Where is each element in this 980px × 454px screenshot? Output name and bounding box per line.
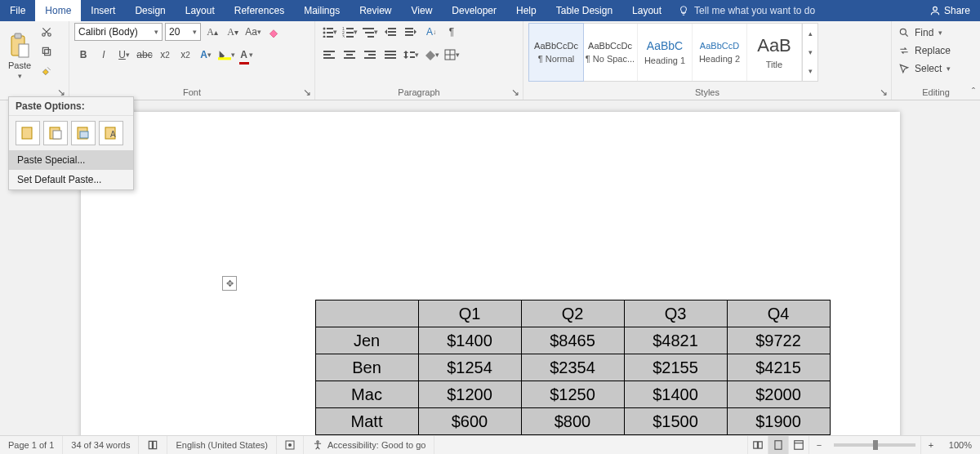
table-cell[interactable]: $4215 xyxy=(727,354,830,381)
table-row[interactable]: Matt$600$800$1500$1900 xyxy=(315,408,830,435)
increase-indent-button[interactable] xyxy=(402,23,420,41)
tab-help[interactable]: Help xyxy=(506,0,546,21)
table-row[interactable]: Jen$1400$8465$4821$9722 xyxy=(315,327,830,354)
select-button[interactable]: Select▾ xyxy=(897,60,975,77)
paste-keep-source-button[interactable] xyxy=(16,121,40,145)
paste-text-only-button[interactable]: A xyxy=(99,121,123,145)
change-case-button[interactable]: Aa▾ xyxy=(244,23,262,41)
font-size-combo[interactable]: 20▾ xyxy=(165,23,201,41)
find-button[interactable]: Find▾ xyxy=(897,24,975,41)
document-area[interactable]: ✥ Q1 Q2 Q3 Q4 Jen$1400$8465$4821$9722 Be… xyxy=(0,100,980,435)
zoom-in-button[interactable]: + xyxy=(920,436,941,454)
table-cell[interactable]: $800 xyxy=(521,408,624,435)
tab-mailings[interactable]: Mailings xyxy=(294,0,350,21)
table-cell[interactable]: Ben xyxy=(315,354,418,381)
tab-table-layout[interactable]: Layout xyxy=(622,0,671,21)
language-status[interactable]: English (United States) xyxy=(167,436,277,454)
multilevel-list-button[interactable]: ▾ xyxy=(361,23,379,41)
styles-launcher[interactable]: ↘ xyxy=(878,87,889,98)
page-number-status[interactable]: Page 1 of 1 xyxy=(0,436,63,454)
table-cell[interactable]: $2000 xyxy=(727,381,830,408)
tell-me-search[interactable]: Tell me what you want to do xyxy=(671,0,920,21)
print-layout-button[interactable] xyxy=(768,436,788,454)
tab-references[interactable]: References xyxy=(225,0,294,21)
table-cell[interactable]: Q1 xyxy=(418,300,521,327)
zoom-thumb[interactable] xyxy=(873,440,878,450)
collapse-ribbon-button[interactable]: ˆ xyxy=(972,87,975,98)
tab-table-design[interactable]: Table Design xyxy=(546,0,622,21)
table-cell[interactable]: $9722 xyxy=(727,327,830,354)
tab-insert[interactable]: Insert xyxy=(81,0,125,21)
table-cell[interactable]: $600 xyxy=(418,408,521,435)
paragraph-launcher[interactable]: ↘ xyxy=(510,87,521,98)
highlight-button[interactable]: ▾ xyxy=(217,46,235,64)
table-cell[interactable]: $1900 xyxy=(727,408,830,435)
table-row[interactable]: Q1 Q2 Q3 Q4 xyxy=(315,300,830,327)
tab-home[interactable]: Home xyxy=(35,0,81,21)
align-right-button[interactable] xyxy=(361,46,379,64)
zoom-level[interactable]: 100% xyxy=(941,436,980,454)
bullets-button[interactable]: ▾ xyxy=(320,23,338,41)
paste-special-menu-item[interactable]: Paste Special... xyxy=(9,150,133,170)
table-cell[interactable]: $852 xyxy=(418,435,521,436)
table-cell[interactable]: $4821 xyxy=(624,327,727,354)
italic-button[interactable]: I xyxy=(95,46,113,64)
table-cell[interactable]: Mac xyxy=(315,381,418,408)
accessibility-status[interactable]: Accessibility: Good to go xyxy=(304,436,434,454)
style-title[interactable]: AaBTitle xyxy=(747,24,802,81)
spellcheck-status[interactable] xyxy=(139,436,167,454)
bold-button[interactable]: B xyxy=(74,46,92,64)
styles-gallery[interactable]: AaBbCcDc¶ Normal AaBbCcDc¶ No Spac... Aa… xyxy=(528,23,818,82)
zoom-slider[interactable] xyxy=(834,443,915,447)
text-effects-button[interactable]: A▾ xyxy=(197,46,215,64)
numbering-button[interactable]: 123▾ xyxy=(341,23,359,41)
align-center-button[interactable] xyxy=(341,46,359,64)
font-launcher[interactable]: ↘ xyxy=(301,87,313,98)
zoom-out-button[interactable]: − xyxy=(808,436,829,454)
web-layout-button[interactable] xyxy=(788,436,808,454)
table-cell[interactable]: Q2 xyxy=(521,300,624,327)
table-cell[interactable]: Jen xyxy=(315,327,418,354)
grow-font-button[interactable]: A▴ xyxy=(203,23,221,41)
table-cell[interactable]: Matt xyxy=(315,408,418,435)
tab-design[interactable]: Design xyxy=(125,0,175,21)
tab-review[interactable]: Review xyxy=(350,0,401,21)
style-no-spacing[interactable]: AaBbCcDc¶ No Spac... xyxy=(583,24,638,81)
table-cell[interactable]: $1250 xyxy=(521,381,624,408)
table-cell[interactable]: Q3 xyxy=(624,300,727,327)
table-cell[interactable]: $1200 xyxy=(418,381,521,408)
set-default-paste-menu-item[interactable]: Set Default Paste... xyxy=(9,170,133,189)
table-cell[interactable]: $2354 xyxy=(521,354,624,381)
copy-button[interactable] xyxy=(38,42,56,60)
paste-button[interactable]: Paste ▾ xyxy=(5,23,34,80)
table-cell[interactable]: $1400 xyxy=(418,327,521,354)
shrink-font-button[interactable]: A▾ xyxy=(224,23,242,41)
tab-view[interactable]: View xyxy=(402,0,443,21)
table-cell[interactable]: $8465 xyxy=(521,327,624,354)
justify-button[interactable] xyxy=(381,46,399,64)
table-cell[interactable]: $1254 xyxy=(418,354,521,381)
table-cell[interactable]: $1246 xyxy=(521,435,624,436)
decrease-indent-button[interactable] xyxy=(381,23,399,41)
font-color-button[interactable]: A▾ xyxy=(238,46,256,64)
table-cell[interactable]: $1658 xyxy=(624,435,727,436)
replace-button[interactable]: Replace xyxy=(897,42,975,59)
format-painter-button[interactable] xyxy=(38,62,56,80)
style-heading-1[interactable]: AaBbCHeading 1 xyxy=(638,24,693,81)
data-table[interactable]: Q1 Q2 Q3 Q4 Jen$1400$8465$4821$9722 Ben$… xyxy=(315,300,831,435)
table-cell[interactable] xyxy=(315,300,418,327)
table-cell[interactable]: $1400 xyxy=(624,381,727,408)
align-left-button[interactable] xyxy=(320,46,338,64)
line-spacing-button[interactable]: ▾ xyxy=(402,46,420,64)
table-cell[interactable]: $2149 xyxy=(727,435,830,436)
style-normal[interactable]: AaBbCcDc¶ Normal xyxy=(528,23,584,82)
styles-more[interactable]: ▴▾▾ xyxy=(802,24,817,81)
underline-button[interactable]: U▾ xyxy=(115,46,133,64)
macro-status[interactable] xyxy=(277,436,304,454)
table-row[interactable]: Alice$852$1246$1658$2149 xyxy=(315,435,830,436)
tab-file[interactable]: File xyxy=(0,0,35,21)
superscript-button[interactable]: x2 xyxy=(176,46,194,64)
table-move-handle[interactable]: ✥ xyxy=(222,276,237,291)
font-name-combo[interactable]: Calibri (Body)▾ xyxy=(74,23,163,41)
clear-formatting-button[interactable] xyxy=(265,23,283,41)
